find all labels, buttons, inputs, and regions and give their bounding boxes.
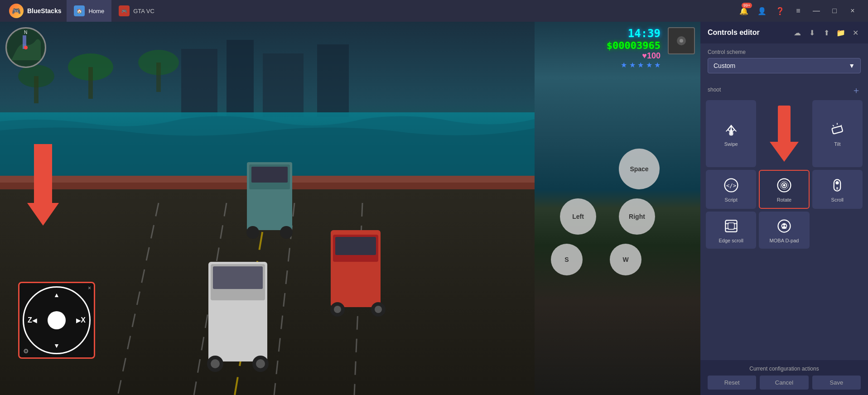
control-scheme-section: Control scheme Custom ▼ (700, 43, 868, 79)
panel-footer: Current configuration actions Reset Canc… (700, 360, 868, 395)
svg-point-26 (256, 359, 265, 368)
tilt-icon (828, 120, 846, 139)
bluestacks-logo: 🎮 (9, 4, 24, 18)
svg-rect-8 (227, 40, 254, 117)
controls-grid: Swipe (704, 98, 864, 250)
svg-rect-10 (317, 44, 349, 117)
control-scheme-dropdown[interactable]: Custom ▼ (708, 58, 861, 73)
svg-rect-7 (181, 49, 217, 117)
app-name: BlueStacks (27, 7, 61, 14)
scroll-label: Scroll (831, 197, 844, 202)
svg-rect-22 (213, 266, 263, 289)
add-control-button[interactable]: ＋ (848, 82, 864, 98)
game-viewport[interactable]: N 14:39 $00003965 ♥100 ★ ★ ★ ★ ★ (0, 22, 700, 395)
edge-scroll-label: Edge scroll (719, 238, 743, 243)
game-scene-svg (0, 22, 700, 395)
svg-point-31 (334, 306, 341, 313)
control-item-swipe[interactable]: Swipe (706, 100, 756, 167)
svg-rect-29 (335, 237, 376, 255)
swipe-icon (722, 120, 740, 139)
topbar-actions: 🔔 99+ 👤 ❓ ≡ — □ × (738, 5, 864, 17)
notification-badge: 99+ (742, 3, 752, 8)
control-item-rotate[interactable]: Rotate (759, 170, 809, 209)
reset-button[interactable]: Reset (708, 376, 756, 390)
svg-line-49 (833, 125, 834, 126)
svg-rect-46 (832, 126, 843, 134)
swipe-label: Swipe (724, 141, 738, 147)
panel-title: Controls editor (708, 29, 760, 37)
script-label: Script (725, 197, 738, 202)
gta-tab-icon: 🎮 (119, 5, 130, 16)
svg-point-64 (783, 223, 785, 226)
panel-folder-btn[interactable]: 📁 (835, 27, 846, 38)
svg-rect-57 (836, 181, 839, 184)
dropdown-chevron-icon: ▼ (849, 62, 855, 69)
rotate-label: Rotate (777, 197, 791, 202)
control-item-edge-scroll[interactable]: Edge scroll (706, 212, 756, 249)
main-content: N 14:39 $00003965 ♥100 ★ ★ ★ ★ ★ (0, 22, 868, 395)
svg-rect-61 (728, 223, 734, 229)
logo-area: 🎮 BlueStacks (4, 4, 67, 18)
menu-button[interactable]: ≡ (792, 5, 805, 17)
control-item-arrow-annotation (759, 100, 809, 167)
svg-rect-2 (34, 76, 39, 103)
notification-button[interactable]: 🔔 99+ (738, 5, 750, 17)
game-background (0, 22, 700, 395)
controls-grid-container[interactable]: shoot ＋ Sw (700, 79, 868, 360)
svg-point-54 (783, 184, 785, 186)
shoot-label: shoot (704, 85, 724, 96)
svg-point-33 (375, 306, 382, 313)
edge-scroll-icon (722, 217, 740, 235)
config-actions-label: Current configuration actions (708, 366, 861, 372)
control-item-scroll[interactable]: Scroll (812, 170, 863, 209)
svg-rect-9 (263, 53, 304, 117)
scroll-icon (828, 176, 846, 194)
svg-rect-60 (725, 220, 737, 231)
gta-tab[interactable]: 🎮 GTA VC (111, 0, 162, 22)
account-button[interactable]: 👤 (756, 5, 768, 17)
home-tab[interactable]: 🏠 Home (67, 0, 111, 22)
close-button[interactable]: × (846, 5, 859, 17)
control-item-script[interactable]: </> Script (706, 170, 756, 209)
minimize-button[interactable]: — (810, 5, 823, 17)
panel-close-btn[interactable]: ✕ (850, 27, 861, 38)
svg-point-38 (280, 226, 293, 239)
moba-dpad-icon (775, 217, 793, 235)
panel-upload-btn[interactable]: ☁ (792, 27, 803, 38)
panel-share-btn[interactable]: ⬆ (821, 27, 832, 38)
footer-buttons: Reset Cancel Save (708, 376, 861, 390)
svg-rect-36 (251, 167, 288, 183)
svg-point-24 (211, 359, 220, 368)
cancel-button[interactable]: Cancel (760, 376, 808, 390)
control-scheme-label: Control scheme (708, 49, 861, 55)
rotate-icon (775, 176, 793, 194)
moba-dpad-label: MOBA D-pad (770, 238, 799, 243)
home-tab-icon: 🏠 (74, 5, 85, 16)
control-item-tilt[interactable]: Tilt (812, 100, 863, 167)
control-item-moba-dpad[interactable]: MOBA D-pad (759, 212, 809, 249)
help-button[interactable]: ❓ (774, 5, 786, 17)
top-bar: 🎮 BlueStacks 🏠 Home 🎮 GTA VC 🔔 99+ 👤 ❓ ≡… (0, 0, 868, 22)
controls-panel: Controls editor ☁ ⬇ ⬆ 📁 ✕ Control scheme… (700, 22, 868, 395)
maximize-button[interactable]: □ (828, 5, 841, 17)
svg-rect-6 (156, 63, 161, 92)
svg-text:</>: </> (726, 182, 736, 189)
save-button[interactable]: Save (812, 376, 861, 390)
scheme-value: Custom (714, 62, 735, 69)
script-icon: </> (722, 176, 740, 194)
panel-header-actions: ☁ ⬇ ⬆ 📁 ✕ (792, 27, 861, 38)
panel-header: Controls editor ☁ ⬇ ⬆ 📁 ✕ (700, 22, 868, 43)
home-tab-label: Home (88, 8, 104, 14)
panel-download-btn[interactable]: ⬇ (806, 27, 817, 38)
tilt-label: Tilt (834, 141, 840, 147)
svg-rect-4 (88, 67, 93, 99)
svg-point-37 (246, 226, 259, 239)
gta-tab-label: GTA VC (133, 8, 154, 14)
